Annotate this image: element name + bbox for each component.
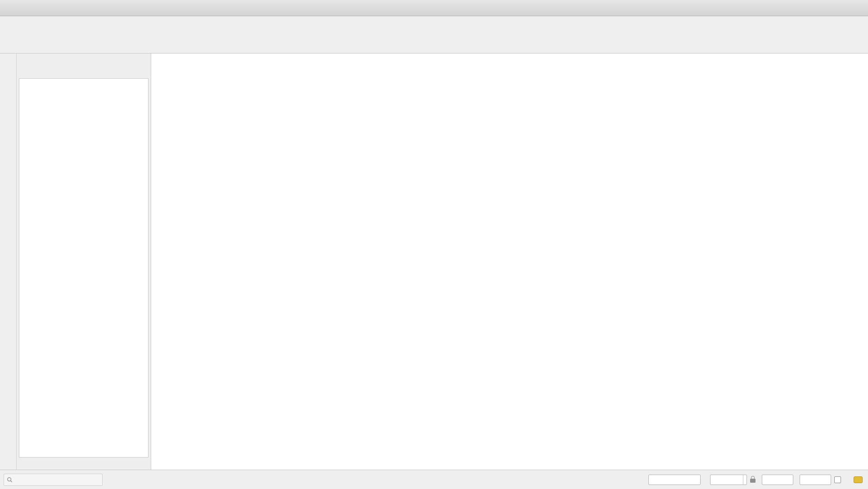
window-controls <box>837 0 861 16</box>
panel-tabs <box>17 458 151 470</box>
title-bar[interactable] <box>0 0 868 16</box>
lock-scale-icon[interactable] <box>750 479 756 483</box>
layer-tree <box>19 78 148 458</box>
layers-panel-toolbar <box>17 66 151 77</box>
status-widgets <box>645 475 864 485</box>
roads-layer-render <box>151 54 868 470</box>
toolbar-area <box>0 28 868 54</box>
search-icon <box>7 477 13 483</box>
map-canvas[interactable] <box>151 54 868 470</box>
layers-panel-header <box>17 54 151 66</box>
toolbar-row-1 <box>2 28 866 40</box>
locate-input[interactable] <box>15 476 90 484</box>
main-area <box>0 54 868 470</box>
status-bar <box>0 470 868 489</box>
render-checkbox[interactable] <box>834 476 841 483</box>
chevron-down-icon[interactable] <box>743 475 745 485</box>
coordinate-input[interactable] <box>648 475 701 485</box>
magnifier-spinbox[interactable] <box>762 475 793 485</box>
locate-bar[interactable] <box>4 474 103 486</box>
menubar <box>0 16 868 28</box>
manage-layers-toolbar <box>0 54 17 470</box>
qgis-window <box>0 0 868 489</box>
messages-icon[interactable] <box>854 476 863 483</box>
rotation-spinbox[interactable] <box>800 475 831 485</box>
scale-combobox[interactable] <box>710 475 747 485</box>
toolbar-row-2 <box>2 40 866 53</box>
layers-panel <box>17 54 151 470</box>
